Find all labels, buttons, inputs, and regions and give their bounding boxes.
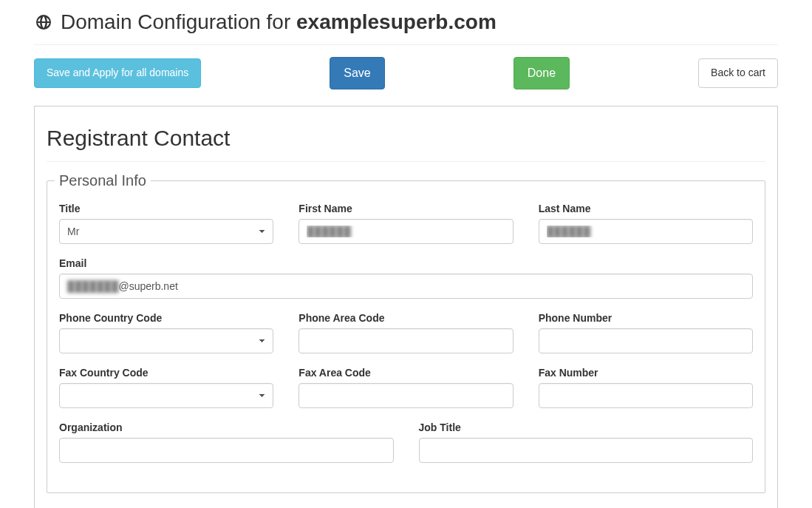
phone-area-input[interactable] (298, 328, 513, 353)
phone-num-input[interactable] (539, 328, 753, 353)
toolbar: Save and Apply for all domains Save Done… (34, 57, 778, 89)
panel-title: Registrant Contact (47, 126, 765, 162)
title-label: Title (59, 203, 273, 214)
fax-num-label: Fax Number (539, 367, 753, 379)
phone-num-label: Phone Number (539, 312, 753, 324)
job-title-label: Job Title (419, 421, 754, 433)
phone-cc-label: Phone Country Code (59, 312, 273, 324)
fax-cc-label: Fax Country Code (59, 367, 273, 379)
page-header: Domain Configuration for examplesuperb.c… (34, 0, 778, 45)
job-title-input[interactable] (419, 438, 754, 463)
email-input[interactable]: ███████@superb.net (59, 274, 753, 299)
title-select[interactable]: Mr (59, 219, 273, 244)
last-name-label: Last Name (539, 203, 753, 214)
first-name-label: First Name (298, 203, 513, 214)
email-label: Email (59, 257, 753, 269)
save-button[interactable]: Save (330, 57, 384, 89)
first-name-input[interactable] (298, 219, 513, 244)
globe-icon (34, 13, 53, 32)
last-name-input[interactable] (539, 219, 753, 244)
done-button[interactable]: Done (514, 57, 570, 89)
phone-area-label: Phone Area Code (298, 312, 513, 324)
fax-area-label: Fax Area Code (298, 367, 513, 379)
personal-info-fieldset: Personal Info Title Mr First Name Last N… (47, 172, 765, 493)
organization-input[interactable] (59, 438, 394, 463)
save-apply-all-button[interactable]: Save and Apply for all domains (34, 58, 201, 88)
organization-label: Organization (59, 421, 394, 433)
fax-cc-select[interactable] (59, 383, 273, 408)
page-title: Domain Configuration for examplesuperb.c… (61, 10, 497, 34)
back-to-cart-button[interactable]: Back to cart (698, 58, 778, 88)
registrant-contact-panel: Registrant Contact Personal Info Title M… (34, 106, 778, 508)
fax-area-input[interactable] (298, 383, 513, 408)
fieldset-legend: Personal Info (55, 172, 151, 189)
fax-num-input[interactable] (539, 383, 753, 408)
phone-cc-select[interactable] (59, 328, 273, 353)
